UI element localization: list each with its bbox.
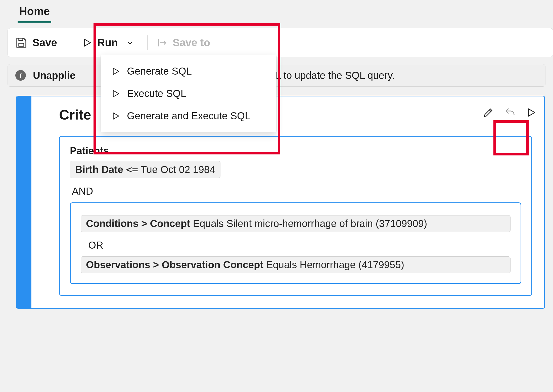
info-suffix: L to update the SQL query. (275, 70, 395, 81)
chip-field: Birth Date (75, 164, 123, 175)
chip-value: Hemorrhage (4179955) (300, 259, 404, 270)
patients-heading: Patients (70, 145, 521, 156)
run-button[interactable]: Run (82, 37, 134, 49)
chip-operator: <= (126, 164, 138, 175)
conditions-filter-chip[interactable]: Conditions > Concept Equals Silent micro… (81, 215, 511, 232)
save-button-label: Save (32, 37, 57, 49)
run-criteria-button[interactable] (526, 107, 537, 119)
menu-item-label: Generate SQL (127, 66, 192, 77)
observations-filter-chip[interactable]: Observations > Observation Concept Equal… (81, 256, 511, 273)
chip-field: Conditions > Concept (86, 218, 190, 229)
play-icon (111, 67, 120, 76)
menu-execute-sql[interactable]: Execute SQL (104, 82, 273, 105)
tab-strip: Home (0, 0, 553, 23)
undo-button[interactable] (504, 106, 516, 120)
run-button-label: Run (97, 37, 118, 49)
nested-criteria-card: Conditions > Concept Equals Silent micro… (70, 202, 521, 284)
play-icon (111, 111, 120, 121)
birth-date-filter-chip[interactable]: Birth Date <= Tue Oct 02 1984 (70, 161, 220, 178)
play-icon (82, 37, 92, 48)
save-button[interactable]: Save (15, 37, 57, 49)
info-bar: i Unapplie L to update the SQL query. (8, 64, 545, 87)
chip-operator: Equals (266, 259, 297, 270)
info-text: Unapplie (33, 70, 75, 81)
logical-and: AND (72, 186, 521, 197)
info-prefix: Unapplie (33, 70, 75, 81)
menu-item-label: Generate and Execute SQL (127, 110, 250, 122)
edit-button[interactable] (482, 106, 494, 120)
criteria-panel: Crite Patients (16, 96, 545, 309)
info-icon: i (15, 70, 26, 81)
chip-value: Silent micro-hemorrhage of brain (371099… (226, 218, 427, 229)
menu-item-label: Execute SQL (127, 88, 186, 99)
export-icon (157, 37, 168, 48)
chip-value: Tue Oct 02 1984 (141, 164, 215, 175)
menu-generate-and-execute-sql[interactable]: Generate and Execute SQL (104, 105, 273, 127)
panel-accent (17, 96, 31, 308)
chip-field: Observations > Observation Concept (86, 259, 263, 270)
menu-generate-sql[interactable]: Generate SQL (104, 60, 273, 82)
save-to-button-label: Save to (173, 37, 210, 49)
svg-rect-0 (19, 43, 24, 46)
toolbar-separator (147, 35, 148, 50)
run-dropdown: Generate SQL Execute SQL Generate and Ex… (101, 55, 276, 132)
panel-tools (482, 106, 537, 120)
chevron-down-icon (125, 38, 134, 47)
toolbar: Save Run Save to (8, 28, 553, 57)
chip-operator: Equals (193, 218, 224, 229)
tab-home[interactable]: Home (18, 5, 51, 23)
save-to-button[interactable]: Save to (157, 37, 210, 49)
criteria-card: Patients Birth Date <= Tue Oct 02 1984 A… (59, 136, 532, 296)
play-icon (111, 89, 120, 98)
info-icon-char: i (20, 71, 22, 80)
logical-or: OR (88, 240, 511, 251)
save-icon (15, 37, 27, 49)
